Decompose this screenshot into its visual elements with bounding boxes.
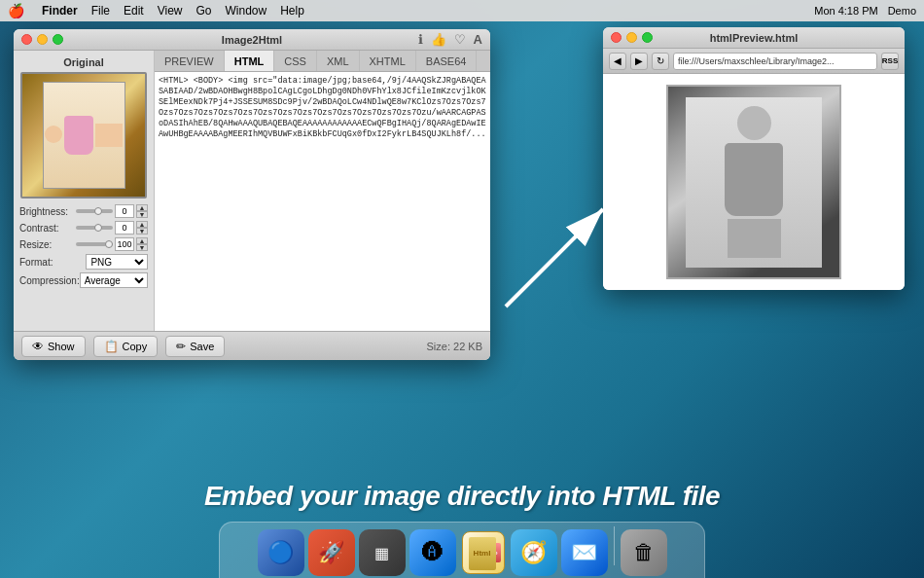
tab-xml[interactable]: XML [317, 51, 360, 71]
bw-legs [728, 219, 781, 258]
copy-icon: 📋 [104, 340, 119, 353]
nav-back-button[interactable]: ◀ [609, 53, 626, 70]
contrast-row: Contrast: ▲ ▼ [19, 221, 148, 235]
window-toolbar-icons: ℹ 👍 ♡ A [418, 32, 482, 47]
contrast-stepper[interactable]: ▲ ▼ [136, 221, 148, 235]
resize-slider[interactable] [76, 242, 113, 246]
compression-select[interactable]: Average Low High [80, 272, 148, 288]
big-text: Embed your image directly into HTML file [0, 481, 924, 512]
window-title: Image2Html [222, 34, 282, 46]
format-label: Format: [19, 257, 86, 268]
window-content: Original Brightness: ▲ ▼ [14, 51, 490, 335]
left-panel: Original Brightness: ▲ ▼ [14, 51, 155, 335]
resize-input[interactable] [115, 237, 134, 251]
menubar-view[interactable]: View [158, 4, 183, 18]
brightness-row: Brightness: ▲ ▼ [19, 204, 148, 218]
compression-label: Compression: [19, 275, 80, 286]
brightness-slider[interactable] [76, 209, 113, 213]
zoom-button[interactable] [53, 34, 63, 45]
preview-window: htmlPreview.html ◀ ▶ ↻ file:///Users/max… [603, 27, 905, 290]
girl-legs [95, 124, 123, 147]
nav-reload-button[interactable]: ↻ [652, 53, 669, 70]
contrast-input[interactable] [115, 221, 134, 235]
save-icon: ✏ [176, 340, 186, 353]
menubar-help[interactable]: Help [280, 4, 304, 18]
show-button[interactable]: 👁 Show [21, 336, 86, 357]
original-label: Original [19, 56, 148, 68]
dock-item-launchpad[interactable]: 🚀 [308, 529, 355, 576]
contrast-up[interactable]: ▲ [136, 221, 148, 228]
brightness-up[interactable]: ▲ [136, 204, 148, 211]
main-window: Image2Html ℹ 👍 ♡ A Original Brightness: [14, 29, 490, 360]
contrast-slider[interactable] [76, 226, 113, 230]
minimize-button[interactable] [37, 34, 48, 45]
save-label: Save [190, 341, 214, 352]
save-button[interactable]: ✏ Save [165, 336, 225, 357]
right-panel: PREVIEW HTML CSS XML XHTML BASE64 <HTML>… [155, 51, 490, 335]
arrow-container [486, 190, 622, 326]
menubar-go[interactable]: Go [196, 4, 212, 18]
bw-head [737, 106, 771, 140]
brightness-stepper[interactable]: ▲ ▼ [136, 204, 148, 218]
tab-html[interactable]: HTML [225, 51, 275, 71]
brightness-down[interactable]: ▼ [136, 211, 148, 218]
preview-title: htmlPreview.html [710, 32, 799, 44]
menubar-file[interactable]: File [91, 4, 110, 18]
code-area[interactable]: <HTML> <BODY> <img src="data:image/jpg;b… [155, 72, 490, 335]
original-image-inner [43, 82, 125, 189]
dock-item-mission[interactable]: ▦ [359, 529, 406, 576]
show-icon: 👁 [32, 340, 44, 353]
preview-zoom-button[interactable] [642, 32, 653, 43]
menubar-user: Demo [888, 5, 916, 17]
menubar-finder[interactable]: Finder [42, 4, 78, 18]
apple-menu[interactable]: 🍎 [8, 3, 24, 18]
copy-button[interactable]: 📋 Copy [93, 336, 159, 357]
menubar-edit[interactable]: Edit [124, 4, 144, 18]
menubar-window[interactable]: Window [226, 4, 267, 18]
tabs-bar: PREVIEW HTML CSS XML XHTML BASE64 [155, 51, 490, 72]
info-icon[interactable]: ℹ [418, 32, 423, 47]
heart-icon[interactable]: ♡ [454, 32, 466, 47]
copy-label: Copy [123, 341, 148, 352]
tab-css[interactable]: CSS [274, 51, 317, 71]
menubar-right: Mon 4:18 PM Demo [814, 5, 916, 17]
tab-base64[interactable]: BASE64 [416, 51, 478, 71]
resize-up[interactable]: ▲ [136, 237, 148, 244]
original-image [20, 72, 147, 199]
tab-preview[interactable]: PREVIEW [155, 51, 225, 71]
bw-photo-inner [686, 97, 822, 268]
dock-item-trash[interactable]: 🗑 [621, 529, 667, 576]
preview-minimize-button[interactable] [626, 32, 637, 43]
traffic-lights [21, 34, 63, 45]
size-text: Size: 22 KB [427, 341, 482, 352]
preview-close-button[interactable] [611, 32, 622, 43]
nav-rss-button[interactable]: RSS [881, 53, 899, 70]
format-select[interactable]: PNG JPEG GIF [86, 254, 148, 270]
thumbsup-icon[interactable]: 👍 [431, 32, 446, 47]
dock: 🔵 🚀 ▦ 🅐 Html site 🧭 ✉️ 🗑 [0, 516, 924, 576]
bw-photo-frame [666, 85, 841, 279]
bw-body [725, 143, 783, 216]
contrast-down[interactable]: ▼ [136, 228, 148, 235]
dock-item-appstore[interactable]: 🅐 [409, 529, 456, 576]
nav-url-bar[interactable]: file:///Users/maxschlee/Library/Image2..… [673, 53, 877, 70]
brightness-input[interactable] [115, 204, 134, 218]
preview-content [603, 74, 905, 290]
close-button[interactable] [21, 34, 32, 45]
nav-forward-button[interactable]: ▶ [630, 53, 648, 70]
font-icon[interactable]: A [474, 32, 482, 47]
dock-item-safari[interactable]: 🧭 [511, 529, 557, 576]
window-titlebar: Image2Html ℹ 👍 ♡ A [14, 29, 490, 51]
contrast-label: Contrast: [19, 223, 76, 234]
dock-item-finder[interactable]: 🔵 [258, 529, 304, 576]
tab-xhtml[interactable]: XHTML [360, 51, 416, 71]
resize-down[interactable]: ▼ [136, 244, 148, 251]
preview-titlebar: htmlPreview.html [603, 27, 905, 49]
dock-item-image2html[interactable]: Html site [460, 529, 507, 576]
html-icon-img: Html [469, 537, 496, 570]
dock-separator [614, 526, 615, 565]
resize-stepper[interactable]: ▲ ▼ [136, 237, 148, 251]
resize-label: Resize: [19, 239, 76, 250]
menubar: 🍎 Finder File Edit View Go Window Help M… [0, 0, 924, 21]
dock-item-mail[interactable]: ✉️ [561, 529, 608, 576]
